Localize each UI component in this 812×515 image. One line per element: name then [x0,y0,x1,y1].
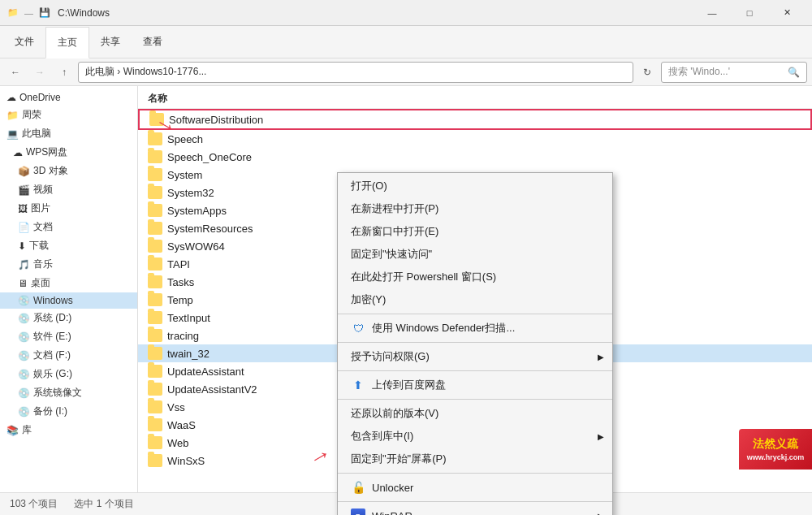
submenu-arrow: ▶ [598,353,604,361]
title-bar-dash: — [24,8,33,18]
file-name: Web [167,437,189,449]
menu-label: 加密(Y) [351,292,386,307]
sidebar-item-library[interactable]: 📚 库 [0,421,137,439]
file-item-speech[interactable]: Speech [138,130,812,148]
backup-icon: 💿 [18,406,30,418]
title-bar-icons: 📁 — 💾 [6,6,51,19]
file-name: tracing [167,330,199,342]
sidebar-item-3d[interactable]: 📦 3D 对象 [0,162,137,180]
file-item-speech-onecore[interactable]: Speech_OneCore [138,148,812,166]
sidebar-item-downloads[interactable]: ⬇ 下载 [0,236,137,255]
sidebar-item-e[interactable]: 💿 软件 (E:) [0,327,137,346]
sidebar-item-desktop[interactable]: 🖥 桌面 [0,274,137,292]
menu-include-library[interactable]: 包含到库中(I) ▶ [338,425,612,448]
folder-icon [148,222,162,235]
sidebar-item-d[interactable]: 💿 系统 (D:) [0,309,137,327]
maximize-button[interactable]: □ [731,0,768,26]
folder-icon [148,293,162,306]
file-name: SystemResources [167,223,253,235]
sidebar-item-pictures[interactable]: 🖼 图片 [0,199,137,218]
menu-label: 固定到"开始"屏幕(P) [351,452,447,466]
file-item-softwaredistribution[interactable]: SoftwareDistribution [138,109,812,130]
cloud-icon: ☁ [6,92,16,103]
sidebar-item-mirror[interactable]: 💿 系统镜像文 [0,383,137,402]
address-path[interactable]: 此电脑 › Windows10-1776... [78,62,633,83]
sidebar-item-windows[interactable]: 💿 Windows [0,292,137,309]
tab-file[interactable]: 文件 [3,26,45,58]
sidebar-item-backup[interactable]: 💿 备份 (I:) [0,402,137,421]
menu-access[interactable]: 授予访问权限(G) ▶ [338,345,612,368]
file-name: UpdateAssistant [167,366,244,378]
minimize-button[interactable]: — [693,0,731,26]
menu-unlocker[interactable]: 🔓 Unlocker [338,476,612,499]
folder-icon [148,275,162,288]
file-name: System32 [167,187,214,199]
item-count: 103 个项目 [10,497,58,511]
sidebar-item-user[interactable]: 📁 周荣 [0,106,137,124]
sidebar-label: 软件 (E:) [33,330,71,344]
sidebar-item-f[interactable]: 💿 文档 (F:) [0,346,137,365]
sidebar-item-video[interactable]: 🎬 视频 [0,180,137,199]
tab-share[interactable]: 共享 [89,26,132,58]
menu-separator-1 [338,314,612,314]
folder-icon [148,365,162,378]
menu-label: 在此处打开 Powershell 窗口(S) [351,270,496,284]
pictures-icon: 🖼 [18,203,28,214]
menu-pin-quickaccess[interactable]: 固定到"快速访问" [338,243,612,266]
sidebar-item-docs[interactable]: 📄 文档 [0,218,137,236]
folder-icon [148,186,162,199]
sidebar-item-wps[interactable]: ☁ WPS网盘 [0,143,137,162]
sidebar-item-onedrive[interactable]: ☁ OneDrive [0,89,137,106]
sidebar-label: 系统镜像文 [33,386,82,400]
menu-open-new-window[interactable]: 在新窗口中打开(E) [338,220,612,243]
disk-f-icon: 💿 [18,350,30,361]
refresh-button[interactable]: ↻ [637,62,658,83]
menu-label: 使用 Windows Defender扫描... [372,321,515,335]
sidebar-label: 娱乐 (G:) [33,367,72,381]
folder-icon [148,168,162,181]
sidebar-label: WPS网盘 [26,145,67,159]
watermark-line1: 法然义疏 [753,437,798,452]
disk-icon: 💿 [18,295,30,306]
menu-encrypt[interactable]: 加密(Y) [338,288,612,311]
back-button[interactable]: ← [5,62,26,83]
sidebar-item-computer[interactable]: 💻 此电脑 [0,124,137,143]
file-name: Speech_OneCore [167,151,252,163]
menu-defender[interactable]: 🛡 使用 Windows Defender扫描... [338,317,612,340]
window-icon: 📁 [6,6,19,19]
folder-icon [148,204,162,217]
folder-icon [148,400,162,413]
library-icon: 📚 [6,425,19,436]
up-button[interactable]: ↑ [54,62,75,83]
menu-open-powershell[interactable]: 在此处打开 Powershell 窗口(S) [338,266,612,288]
file-name: SysWOW64 [167,240,225,253]
menu-open[interactable]: 打开(O) [338,175,612,197]
menu-baidu[interactable]: ⬆ 上传到百度网盘 [338,374,612,396]
folder-icon: 📁 [6,110,19,121]
close-button[interactable]: ✕ [768,0,806,26]
sidebar-item-g[interactable]: 💿 娱乐 (G:) [0,365,137,383]
video-icon: 🎬 [18,184,30,196]
tab-home[interactable]: 主页 [45,27,89,58]
docs-icon: 📄 [18,222,30,233]
disk-e-icon: 💿 [18,331,30,343]
watermark-line2: www.hryckj.com [747,453,805,461]
computer-icon: 💻 [6,128,19,140]
tab-view[interactable]: 查看 [132,26,174,58]
forward-button[interactable]: → [29,62,50,83]
desktop-icon: 🖥 [18,278,28,289]
menu-winrar[interactable]: R WinRAR ▶ [338,504,612,515]
menu-open-new-process[interactable]: 在新进程中打开(P) [338,197,612,220]
submenu-arrow: ▶ [598,432,604,441]
menu-restore[interactable]: 还原以前的版本(V) [338,402,612,425]
folder-icon [148,329,162,342]
folder-icon [148,436,162,449]
search-box[interactable]: 搜索 'Windo...' 🔍 [661,62,807,83]
mirror-icon: 💿 [18,387,30,399]
sidebar-label: OneDrive [19,92,61,103]
toolbar: 文件 主页 共享 查看 [0,26,812,58]
menu-pin-start[interactable]: 固定到"开始"屏幕(P) [338,448,612,470]
menu-label: 授予访问权限(G) [351,349,430,364]
sidebar-item-music[interactable]: 🎵 音乐 [0,255,137,274]
menu-separator-3 [338,370,612,371]
